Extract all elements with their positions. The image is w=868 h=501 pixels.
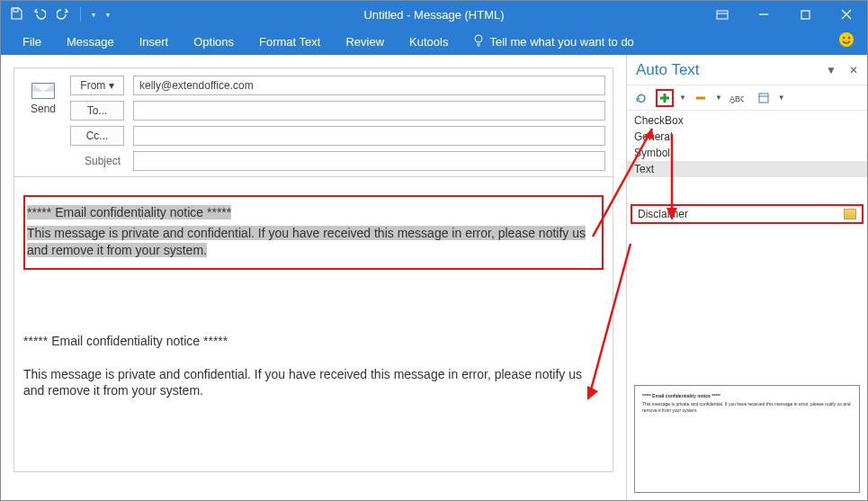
notice-text-selected: This message is private and confidential… [27,226,586,257]
category-text[interactable]: Text [627,161,867,177]
qat-dropdown-1[interactable]: ▾ [92,11,95,19]
entry-list: Disclaimer [627,179,867,378]
preview-text: This message is private and confidential… [642,401,852,414]
category-list: CheckBox General Symbol Text [627,111,867,179]
panel-toolbar: ▼ ▼ ABC ▼ [627,85,867,111]
tab-file[interactable]: File [12,31,52,52]
notice-title-plain: ***** Email confidentiality notice ***** [23,333,604,350]
add-button[interactable] [656,89,674,107]
to-field[interactable] [133,101,605,121]
svg-point-11 [843,37,845,39]
svg-point-12 [848,37,850,39]
compose-pane: Send From ▾ To... Cc... Subject ***** Em… [1,55,626,500]
autotext-panel: Auto Text ▼ ✕ ▼ ▼ ABC ▼ [626,55,867,500]
entry-icon [844,209,856,219]
send-button[interactable]: Send [21,75,66,123]
remove-icon[interactable] [692,89,710,107]
quick-access-toolbar: ▾ ▾ [1,7,110,22]
message-body[interactable]: ***** Email confidentiality notice *****… [13,177,613,472]
tab-format-text[interactable]: Format Text [248,31,331,52]
entry-label: Disclaimer [638,208,688,220]
to-button[interactable]: To... [70,101,124,121]
tab-insert[interactable]: Insert [129,31,180,52]
svg-rect-0 [13,8,18,12]
feedback-smile-icon[interactable] [838,31,855,51]
cc-button[interactable]: Cc... [70,126,124,146]
subject-label: Subject [70,155,124,167]
send-label: Send [31,103,56,115]
add-dropdown[interactable]: ▼ [679,94,686,102]
separator [80,7,81,22]
ribbon-display-icon[interactable] [702,1,743,28]
lightbulb-icon [473,34,484,49]
header-fields: Send From ▾ To... Cc... Subject [13,67,613,177]
tab-review[interactable]: Review [335,31,395,52]
qat-dropdown-2[interactable]: ▾ [106,11,110,19]
panel-header: Auto Text ▼ ✕ [627,55,867,85]
spellcheck-icon[interactable]: ABC [728,89,746,107]
tab-message[interactable]: Message [56,31,125,52]
svg-point-7 [475,35,482,42]
entry-disclaimer[interactable]: Disclaimer [631,204,864,224]
category-checkbox[interactable]: CheckBox [627,112,867,129]
redo-icon[interactable] [57,7,69,22]
ribbon-tabs: File Message Insert Options Format Text … [1,28,867,55]
close-button[interactable] [826,1,867,28]
preview-title: ***** Email confidentiality notice ***** [642,393,852,399]
tell-me-label: Tell me what you want to do [489,35,633,49]
category-general[interactable]: General [627,129,867,145]
window-controls [702,1,867,28]
notice-text-plain: This message is private and confidential… [23,366,604,400]
svg-rect-4 [801,11,810,19]
tab-kutools[interactable]: Kutools [398,31,459,52]
from-field[interactable] [133,76,605,95]
maximize-button[interactable] [784,1,826,28]
remove-dropdown[interactable]: ▼ [715,94,722,102]
undo-icon[interactable] [33,7,46,22]
content-area: Send From ▾ To... Cc... Subject ***** Em… [1,55,867,500]
window-title: Untitled - Message (HTML) [363,8,504,22]
notice-title-selected: ***** Email confidentiality notice ***** [27,205,231,219]
panel-title: Auto Text [636,61,700,79]
cc-field[interactable] [133,126,605,146]
subject-field[interactable] [133,151,605,171]
envelope-icon [31,83,55,99]
selected-text-block: ***** Email confidentiality notice *****… [23,195,604,270]
svg-rect-17 [759,94,768,103]
tell-me-search[interactable]: Tell me what you want to do [462,31,644,53]
panel-options-icon[interactable]: ▼ [826,64,837,76]
manage-dropdown[interactable]: ▼ [778,94,785,102]
refresh-icon[interactable] [632,89,650,107]
minimize-button[interactable] [743,1,784,28]
from-button[interactable]: From ▾ [70,76,124,95]
category-symbol[interactable]: Symbol [627,145,867,161]
title-bar: ▾ ▾ Untitled - Message (HTML) [1,1,867,28]
svg-point-10 [839,32,854,47]
svg-rect-1 [717,11,728,19]
save-icon[interactable] [10,7,22,22]
tab-options[interactable]: Options [183,31,245,52]
plain-text-block: ***** Email confidentiality notice *****… [23,333,604,400]
manage-icon[interactable] [755,89,773,107]
preview-box: ***** Email confidentiality notice *****… [634,385,860,493]
panel-close-icon[interactable]: ✕ [849,64,858,76]
